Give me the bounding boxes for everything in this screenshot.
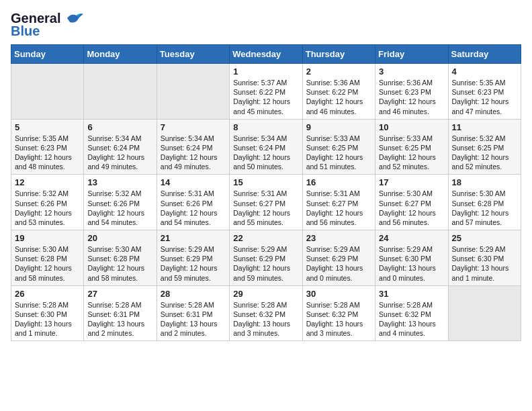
cell-content: Sunrise: 5:35 AM Sunset: 6:23 PM Dayligh… bbox=[452, 78, 517, 116]
calendar-cell: 27Sunrise: 5:28 AM Sunset: 6:31 PM Dayli… bbox=[84, 285, 157, 341]
day-number: 26 bbox=[15, 289, 80, 299]
page-header: General Blue bbox=[11, 11, 521, 39]
week-row-4: 19Sunrise: 5:30 AM Sunset: 6:28 PM Dayli… bbox=[11, 230, 521, 286]
cell-content: Sunrise: 5:34 AM Sunset: 6:24 PM Dayligh… bbox=[161, 134, 226, 172]
calendar-cell: 12Sunrise: 5:32 AM Sunset: 6:26 PM Dayli… bbox=[11, 175, 84, 230]
day-number: 10 bbox=[379, 122, 444, 132]
cell-content: Sunrise: 5:28 AM Sunset: 6:30 PM Dayligh… bbox=[15, 300, 80, 338]
week-row-5: 26Sunrise: 5:28 AM Sunset: 6:30 PM Dayli… bbox=[11, 285, 521, 341]
calendar-cell: 19Sunrise: 5:30 AM Sunset: 6:28 PM Dayli… bbox=[11, 230, 84, 286]
cell-content: Sunrise: 5:30 AM Sunset: 6:27 PM Dayligh… bbox=[379, 189, 444, 227]
day-number: 4 bbox=[452, 66, 517, 77]
logo-bird-icon bbox=[62, 11, 83, 26]
calendar-cell: 1Sunrise: 5:37 AM Sunset: 6:22 PM Daylig… bbox=[230, 64, 302, 120]
day-number: 24 bbox=[379, 233, 444, 243]
day-number: 29 bbox=[233, 289, 298, 299]
cell-content: Sunrise: 5:31 AM Sunset: 6:26 PM Dayligh… bbox=[161, 189, 226, 227]
cell-content: Sunrise: 5:29 AM Sunset: 6:29 PM Dayligh… bbox=[306, 244, 371, 283]
calendar-cell: 11Sunrise: 5:32 AM Sunset: 6:25 PM Dayli… bbox=[448, 119, 521, 175]
day-number: 7 bbox=[161, 122, 226, 132]
calendar-header-row: SundayMondayTuesdayWednesdayThursdayFrid… bbox=[11, 45, 521, 64]
day-number: 18 bbox=[452, 177, 517, 187]
cell-content: Sunrise: 5:29 AM Sunset: 6:30 PM Dayligh… bbox=[379, 244, 444, 283]
calendar-cell: 9Sunrise: 5:33 AM Sunset: 6:25 PM Daylig… bbox=[302, 119, 375, 175]
cell-content: Sunrise: 5:32 AM Sunset: 6:25 PM Dayligh… bbox=[452, 134, 517, 172]
cell-content: Sunrise: 5:28 AM Sunset: 6:32 PM Dayligh… bbox=[379, 300, 444, 338]
header-thursday: Thursday bbox=[302, 45, 375, 64]
calendar-cell: 31Sunrise: 5:28 AM Sunset: 6:32 PM Dayli… bbox=[375, 285, 448, 341]
cell-content: Sunrise: 5:33 AM Sunset: 6:25 PM Dayligh… bbox=[306, 134, 371, 172]
cell-content: Sunrise: 5:29 AM Sunset: 6:29 PM Dayligh… bbox=[161, 244, 226, 283]
cell-content: Sunrise: 5:36 AM Sunset: 6:23 PM Dayligh… bbox=[379, 78, 444, 116]
cell-content: Sunrise: 5:28 AM Sunset: 6:31 PM Dayligh… bbox=[87, 300, 152, 338]
header-friday: Friday bbox=[375, 45, 448, 64]
header-tuesday: Tuesday bbox=[157, 45, 229, 64]
week-row-2: 5Sunrise: 5:35 AM Sunset: 6:23 PM Daylig… bbox=[11, 119, 521, 175]
day-number: 12 bbox=[15, 177, 80, 187]
calendar-cell: 7Sunrise: 5:34 AM Sunset: 6:24 PM Daylig… bbox=[157, 119, 229, 175]
cell-content: Sunrise: 5:30 AM Sunset: 6:28 PM Dayligh… bbox=[87, 244, 152, 283]
calendar-cell: 29Sunrise: 5:28 AM Sunset: 6:32 PM Dayli… bbox=[230, 285, 302, 341]
calendar-cell bbox=[84, 64, 157, 120]
calendar-cell: 30Sunrise: 5:28 AM Sunset: 6:32 PM Dayli… bbox=[302, 285, 375, 341]
cell-content: Sunrise: 5:35 AM Sunset: 6:23 PM Dayligh… bbox=[15, 134, 80, 172]
cell-content: Sunrise: 5:31 AM Sunset: 6:27 PM Dayligh… bbox=[233, 189, 298, 227]
calendar-cell: 23Sunrise: 5:29 AM Sunset: 6:29 PM Dayli… bbox=[302, 230, 375, 286]
day-number: 19 bbox=[15, 233, 80, 243]
cell-content: Sunrise: 5:28 AM Sunset: 6:31 PM Dayligh… bbox=[161, 300, 226, 338]
cell-content: Sunrise: 5:30 AM Sunset: 6:28 PM Dayligh… bbox=[15, 244, 80, 283]
day-number: 5 bbox=[15, 122, 80, 132]
cell-content: Sunrise: 5:32 AM Sunset: 6:26 PM Dayligh… bbox=[15, 189, 80, 227]
calendar-cell: 17Sunrise: 5:30 AM Sunset: 6:27 PM Dayli… bbox=[375, 175, 448, 230]
cell-content: Sunrise: 5:30 AM Sunset: 6:28 PM Dayligh… bbox=[452, 189, 517, 227]
day-number: 9 bbox=[306, 122, 371, 132]
calendar-cell: 25Sunrise: 5:29 AM Sunset: 6:30 PM Dayli… bbox=[448, 230, 521, 286]
day-number: 23 bbox=[306, 233, 371, 243]
day-number: 22 bbox=[233, 233, 298, 243]
calendar-cell: 20Sunrise: 5:30 AM Sunset: 6:28 PM Dayli… bbox=[84, 230, 157, 286]
calendar-cell: 4Sunrise: 5:35 AM Sunset: 6:23 PM Daylig… bbox=[448, 64, 521, 120]
calendar-cell bbox=[448, 285, 521, 341]
calendar-cell: 18Sunrise: 5:30 AM Sunset: 6:28 PM Dayli… bbox=[448, 175, 521, 230]
calendar-cell: 10Sunrise: 5:33 AM Sunset: 6:25 PM Dayli… bbox=[375, 119, 448, 175]
cell-content: Sunrise: 5:36 AM Sunset: 6:22 PM Dayligh… bbox=[306, 78, 371, 116]
calendar-cell: 5Sunrise: 5:35 AM Sunset: 6:23 PM Daylig… bbox=[11, 119, 84, 175]
cell-content: Sunrise: 5:34 AM Sunset: 6:24 PM Dayligh… bbox=[87, 134, 152, 172]
day-number: 20 bbox=[87, 233, 152, 243]
header-sunday: Sunday bbox=[11, 45, 84, 64]
day-number: 6 bbox=[87, 122, 152, 132]
day-number: 28 bbox=[161, 289, 226, 299]
header-monday: Monday bbox=[84, 45, 157, 64]
day-number: 2 bbox=[306, 66, 371, 77]
logo: General Blue bbox=[11, 11, 83, 39]
day-number: 11 bbox=[452, 122, 517, 132]
cell-content: Sunrise: 5:34 AM Sunset: 6:24 PM Dayligh… bbox=[233, 134, 298, 172]
day-number: 1 bbox=[233, 66, 298, 77]
calendar-cell: 15Sunrise: 5:31 AM Sunset: 6:27 PM Dayli… bbox=[230, 175, 302, 230]
calendar-cell: 24Sunrise: 5:29 AM Sunset: 6:30 PM Dayli… bbox=[375, 230, 448, 286]
logo-blue-text: Blue bbox=[11, 24, 40, 39]
cell-content: Sunrise: 5:32 AM Sunset: 6:26 PM Dayligh… bbox=[87, 189, 152, 227]
day-number: 13 bbox=[87, 177, 152, 187]
day-number: 30 bbox=[306, 289, 371, 299]
calendar-cell: 14Sunrise: 5:31 AM Sunset: 6:26 PM Dayli… bbox=[157, 175, 229, 230]
header-saturday: Saturday bbox=[448, 45, 521, 64]
calendar-cell: 28Sunrise: 5:28 AM Sunset: 6:31 PM Dayli… bbox=[157, 285, 229, 341]
calendar-cell: 21Sunrise: 5:29 AM Sunset: 6:29 PM Dayli… bbox=[157, 230, 229, 286]
cell-content: Sunrise: 5:33 AM Sunset: 6:25 PM Dayligh… bbox=[379, 134, 444, 172]
calendar-cell bbox=[11, 64, 84, 120]
week-row-3: 12Sunrise: 5:32 AM Sunset: 6:26 PM Dayli… bbox=[11, 175, 521, 230]
day-number: 25 bbox=[452, 233, 517, 243]
week-row-1: 1Sunrise: 5:37 AM Sunset: 6:22 PM Daylig… bbox=[11, 64, 521, 120]
cell-content: Sunrise: 5:29 AM Sunset: 6:30 PM Dayligh… bbox=[452, 244, 517, 283]
day-number: 31 bbox=[379, 289, 444, 299]
calendar-cell: 8Sunrise: 5:34 AM Sunset: 6:24 PM Daylig… bbox=[230, 119, 302, 175]
cell-content: Sunrise: 5:37 AM Sunset: 6:22 PM Dayligh… bbox=[233, 78, 298, 116]
calendar-cell: 13Sunrise: 5:32 AM Sunset: 6:26 PM Dayli… bbox=[84, 175, 157, 230]
day-number: 8 bbox=[233, 122, 298, 132]
cell-content: Sunrise: 5:29 AM Sunset: 6:29 PM Dayligh… bbox=[233, 244, 298, 283]
header-wednesday: Wednesday bbox=[230, 45, 302, 64]
cell-content: Sunrise: 5:28 AM Sunset: 6:32 PM Dayligh… bbox=[233, 300, 298, 338]
day-number: 16 bbox=[306, 177, 371, 187]
calendar-cell: 16Sunrise: 5:31 AM Sunset: 6:27 PM Dayli… bbox=[302, 175, 375, 230]
